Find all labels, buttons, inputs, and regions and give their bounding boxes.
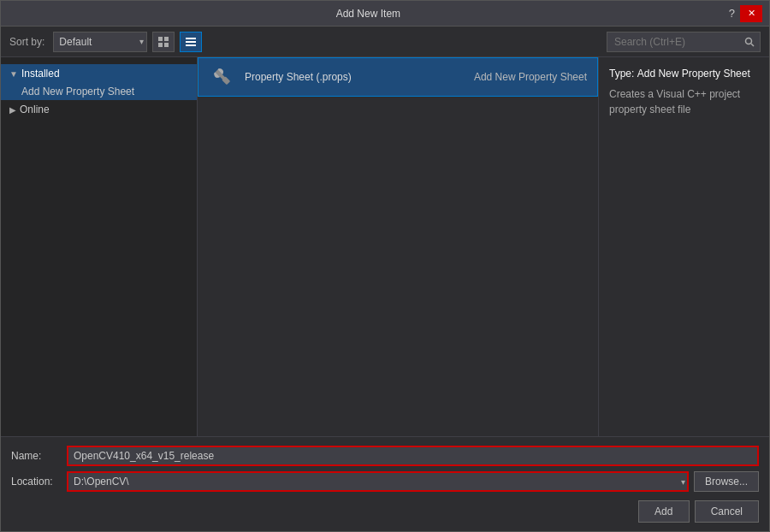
sort-select[interactable]: Default Name Type [53, 32, 147, 52]
svg-rect-6 [186, 44, 196, 46]
list-icon [185, 36, 197, 48]
wrench-icon [212, 67, 233, 87]
svg-line-8 [751, 44, 754, 46]
action-row: Add Cancel [11, 500, 759, 523]
add-button[interactable]: Add [638, 500, 690, 523]
center-panel: Property Sheet (.props) Add New Property… [198, 57, 598, 436]
sort-label: Sort by: [9, 36, 44, 48]
type-name: Add New Property Sheet [637, 68, 750, 80]
name-field-row: Name: [11, 446, 759, 466]
view-grid-button[interactable] [152, 32, 175, 52]
item-tag: Add New Property Sheet [474, 71, 587, 83]
location-label: Location: [11, 476, 67, 488]
svg-rect-0 [158, 37, 163, 41]
cancel-button[interactable]: Cancel [695, 500, 759, 523]
title-bar: Add New Item ? ✕ [1, 1, 769, 27]
bottom-bar: Name: Location: ▾ Browse... Add Cancel [1, 436, 769, 531]
item-icon-wrapper [209, 63, 236, 91]
nav-installed-label: Installed [21, 68, 60, 80]
svg-rect-3 [164, 43, 169, 47]
type-label: Type: Add New Property Sheet [609, 68, 759, 80]
browse-button[interactable]: Browse... [694, 471, 759, 492]
close-button[interactable]: ✕ [740, 5, 762, 22]
nav-sub-label: Add New Property Sheet [21, 86, 134, 98]
name-label: Name: [11, 450, 67, 462]
location-field-row: Location: ▾ Browse... [11, 471, 759, 492]
right-panel: Type: Add New Property Sheet Creates a V… [598, 57, 769, 436]
search-input[interactable] [607, 32, 761, 52]
dialog-title: Add New Item [336, 8, 400, 20]
toolbar: Sort by: Default Name Type [1, 27, 769, 57]
item-name: Property Sheet (.props) [245, 71, 474, 83]
location-input[interactable] [67, 471, 689, 492]
nav-sub-property-sheet[interactable]: Add New Property Sheet [1, 83, 197, 100]
nav-online-label: Online [20, 103, 50, 115]
svg-rect-2 [158, 43, 163, 47]
type-prefix: Type: [609, 68, 634, 80]
name-input[interactable] [67, 446, 759, 466]
online-arrow: ▶ [9, 105, 16, 115]
grid-icon [157, 36, 169, 48]
nav-installed[interactable]: ▼ Installed [1, 64, 197, 83]
item-row[interactable]: Property Sheet (.props) Add New Property… [198, 57, 598, 97]
nav-online[interactable]: ▶ Online [1, 100, 197, 119]
installed-arrow: ▼ [9, 69, 18, 79]
left-panel: ▼ Installed Add New Property Sheet ▶ Onl… [1, 57, 198, 436]
svg-point-7 [745, 38, 751, 44]
view-list-button[interactable] [180, 32, 202, 52]
type-description: Creates a Visual C++ project property sh… [609, 86, 759, 117]
dialog-window: Add New Item ? ✕ Sort by: Default Name T… [0, 0, 770, 532]
svg-rect-5 [186, 41, 196, 43]
main-content: ▼ Installed Add New Property Sheet ▶ Onl… [1, 57, 769, 436]
help-button[interactable]: ? [729, 7, 735, 20]
search-icon [744, 37, 755, 47]
search-button[interactable] [738, 32, 761, 52]
svg-rect-1 [164, 37, 169, 41]
svg-rect-4 [186, 38, 196, 39]
